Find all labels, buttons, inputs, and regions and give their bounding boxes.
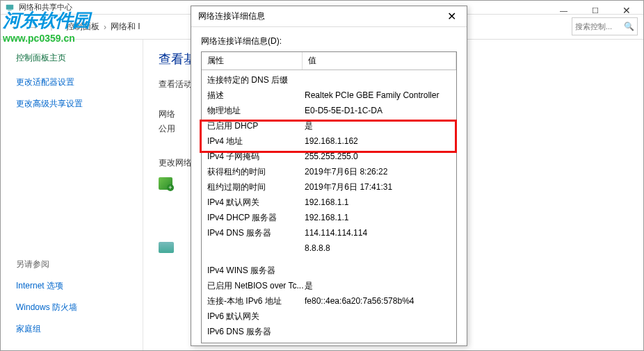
nav-up-button[interactable]: ↑ <box>44 19 59 35</box>
table-row[interactable]: 物理地址E0-D5-5E-D1-1C-DA <box>202 103 456 118</box>
property-value <box>305 310 451 323</box>
property-value: 是 <box>305 120 451 132</box>
search-icon: 🔍 <box>624 22 634 31</box>
property-value: 255.255.255.0 <box>305 150 451 163</box>
table-row[interactable]: 已启用 NetBIOS over Tc...是 <box>202 278 456 293</box>
dialog-label: 网络连接详细信息(D): <box>201 35 457 47</box>
property-value: 192.168.1.1 <box>305 196 451 209</box>
breadcrumb-sep: › <box>104 22 106 32</box>
property-name <box>207 242 305 254</box>
table-body: 连接特定的 DNS 后缀描述Realtek PCIe GBE Family Co… <box>202 70 456 341</box>
sidebar-link-internet[interactable]: Internet 选项 <box>16 280 134 292</box>
property-value: E0-D5-5E-D1-1C-DA <box>305 104 451 117</box>
dialog-close-button[interactable]: ✕ <box>437 7 465 26</box>
dialog-titlebar: 网络连接详细信息 ✕ <box>191 6 467 27</box>
table-row[interactable]: IPv6 默认网关 <box>202 309 456 324</box>
property-value <box>305 325 451 338</box>
property-name: IPv4 DHCP 服务器 <box>207 211 305 224</box>
table-row[interactable]: IPv4 地址192.168.1.162 <box>202 133 456 149</box>
property-name: 租约过期的时间 <box>207 181 305 193</box>
search-input[interactable] <box>575 22 624 31</box>
sidebar: 控制面板主页 更改适配器设置 更改高级共享设置 另请参阅 Internet 选项… <box>1 40 143 350</box>
table-row[interactable]: IPv4 默认网关192.168.1.1 <box>202 195 456 210</box>
property-name: 连接特定的 DNS 后缀 <box>207 74 305 86</box>
table-row[interactable]: 已启用 DHCP是 <box>202 118 456 133</box>
property-name: IPv4 子网掩码 <box>207 150 305 163</box>
nav-forward-button[interactable]: → <box>26 19 41 35</box>
sidebar-link-homegroup[interactable]: 家庭组 <box>16 323 134 335</box>
header-value[interactable]: 值 <box>303 52 456 70</box>
property-value: 2019年7月6日 17:41:31 <box>305 181 451 193</box>
svg-rect-0 <box>6 4 14 9</box>
troubleshoot-icon[interactable] <box>159 242 174 253</box>
header-property[interactable]: 属性 <box>202 52 303 70</box>
table-row[interactable]: 连接特定的 DNS 后缀 <box>202 72 456 88</box>
table-row[interactable]: 描述Realtek PCIe GBE Family Controller <box>202 88 456 103</box>
breadcrumb-item[interactable]: 控制面板 <box>66 21 99 33</box>
property-value: 192.168.1.162 <box>305 135 451 147</box>
table-header: 属性 值 <box>202 52 456 70</box>
table-row[interactable]: 8.8.8.8 <box>202 240 456 256</box>
network-icon <box>5 3 15 13</box>
breadcrumb[interactable]: 控制面板 › 网络和 I <box>66 21 140 33</box>
table-row[interactable]: IPv6 DNS 服务器 <box>202 324 456 339</box>
property-name: IPv4 地址 <box>207 135 305 147</box>
svg-rect-1 <box>8 10 11 10</box>
sidebar-link-adapter[interactable]: 更改适配器设置 <box>16 76 134 88</box>
table-row[interactable]: 连接-本地 IPv6 地址fe80::4ea:6a20:7a56:578b%4 <box>202 293 456 309</box>
property-value: Realtek PCIe GBE Family Controller <box>305 89 451 101</box>
details-dialog: 网络连接详细信息 ✕ 网络连接详细信息(D): 属性 值 连接特定的 DNS 后… <box>191 6 467 346</box>
nav-back-button[interactable]: ← <box>8 19 23 35</box>
table-row[interactable]: 获得租约的时间2019年7月6日 8:26:22 <box>202 164 456 179</box>
property-value: fe80::4ea:6a20:7a56:578b%4 <box>305 295 451 307</box>
window-title: 网络和共享中心 <box>19 2 72 13</box>
property-name: 连接-本地 IPv6 地址 <box>207 295 305 307</box>
property-value <box>305 74 451 86</box>
property-value: 192.168.1.1 <box>305 211 451 224</box>
dialog-title: 网络连接详细信息 <box>198 10 265 22</box>
sidebar-link-firewall[interactable]: Windows 防火墙 <box>16 302 134 313</box>
breadcrumb-item[interactable]: 网络和 I <box>111 21 140 33</box>
property-name: IPv4 WINS 服务器 <box>207 264 305 277</box>
property-name: 已启用 DHCP <box>207 120 305 132</box>
property-name: IPv4 默认网关 <box>207 196 305 209</box>
property-name: IPv4 DNS 服务器 <box>207 227 305 239</box>
property-value: 8.8.8.8 <box>305 242 451 254</box>
sidebar-also-label: 另请参阅 <box>16 259 134 270</box>
setup-connection-icon[interactable] <box>159 177 172 190</box>
search-box[interactable]: 🔍 <box>572 17 638 35</box>
sidebar-heading[interactable]: 控制面板主页 <box>16 52 134 64</box>
property-name: 获得租约的时间 <box>207 165 305 178</box>
table-row[interactable]: IPv4 DNS 服务器114.114.114.114 <box>202 225 456 240</box>
property-value: 114.114.114.114 <box>305 227 451 239</box>
table-row[interactable]: IPv4 DHCP 服务器192.168.1.1 <box>202 210 456 225</box>
table-row[interactable]: IPv4 WINS 服务器 <box>202 263 456 278</box>
property-name: IPv6 DNS 服务器 <box>207 325 305 338</box>
table-row[interactable]: 租约过期的时间2019年7月6日 17:41:31 <box>202 179 456 195</box>
sidebar-link-sharing[interactable]: 更改高级共享设置 <box>16 98 134 110</box>
property-name: 物理地址 <box>207 104 305 117</box>
property-value: 2019年7月6日 8:26:22 <box>305 165 451 178</box>
property-value <box>305 264 451 277</box>
properties-table: 属性 值 连接特定的 DNS 后缀描述Realtek PCIe GBE Fami… <box>201 51 457 343</box>
property-name: IPv6 默认网关 <box>207 310 305 323</box>
property-value: 是 <box>305 279 451 292</box>
property-name: 已启用 NetBIOS over Tc... <box>207 279 305 292</box>
table-row[interactable]: IPv4 子网掩码255.255.255.0 <box>202 149 456 164</box>
property-name: 描述 <box>207 89 305 101</box>
